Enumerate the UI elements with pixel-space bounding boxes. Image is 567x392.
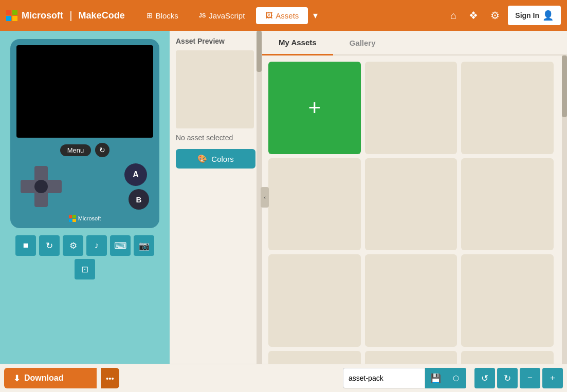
panel-collapse-button[interactable]: ‹ bbox=[261, 187, 269, 208]
device-controls: A B bbox=[16, 161, 153, 212]
footer-action-buttons: ↺ ↻ − + bbox=[474, 368, 563, 388]
gallery-cell[interactable] bbox=[268, 254, 361, 347]
gallery-cell[interactable] bbox=[268, 158, 361, 251]
tab-blocks-label: Blocks bbox=[156, 11, 178, 20]
device-ms-logo bbox=[69, 215, 76, 222]
download-button[interactable]: ⬇ Download bbox=[4, 368, 97, 388]
gallery-scrollbar-thumb[interactable] bbox=[562, 55, 567, 117]
button-a[interactable]: A bbox=[124, 163, 147, 186]
gallery-scroll-container[interactable]: + bbox=[262, 55, 567, 364]
zoom-in-button[interactable]: + bbox=[542, 368, 563, 388]
tab-dropdown[interactable]: ▾ bbox=[310, 6, 321, 25]
signin-label: Sign In bbox=[515, 11, 539, 20]
colors-button[interactable]: 🎨 Colors bbox=[176, 149, 255, 169]
js-icon: JS bbox=[199, 12, 206, 18]
device-menu-button[interactable]: Menu bbox=[60, 144, 92, 156]
colors-icon: 🎨 bbox=[197, 154, 207, 163]
restart-icon: ↻ bbox=[46, 240, 53, 251]
sim-keyboard-button[interactable]: ⌨ bbox=[110, 235, 131, 256]
share-button[interactable]: ❖ bbox=[465, 5, 482, 26]
undo-icon: ↺ bbox=[481, 373, 488, 384]
ab-buttons: A B bbox=[124, 163, 149, 210]
github-button[interactable]: ⬡ bbox=[446, 368, 466, 388]
filename-input[interactable] bbox=[343, 368, 425, 388]
device: Menu ↻ A B Microso bbox=[10, 39, 159, 228]
device-menu-row: Menu ↻ bbox=[16, 143, 153, 157]
download-label: Download bbox=[24, 374, 63, 383]
add-asset-cell[interactable]: + bbox=[268, 62, 361, 154]
blocks-icon: ⊞ bbox=[147, 11, 153, 20]
save-button[interactable]: 💾 bbox=[425, 368, 446, 388]
gallery-cell[interactable] bbox=[461, 158, 554, 251]
tab-gallery[interactable]: Gallery bbox=[333, 31, 392, 54]
gallery-cell[interactable] bbox=[268, 351, 361, 364]
minus-icon: − bbox=[527, 373, 533, 383]
signin-avatar-icon: 👤 bbox=[542, 10, 554, 21]
gallery-cell[interactable] bbox=[461, 62, 554, 154]
gallery-cell[interactable] bbox=[365, 62, 458, 154]
sim-debug-button[interactable]: ⚙ bbox=[63, 235, 83, 256]
microsoft-logo bbox=[6, 10, 17, 21]
dpad[interactable] bbox=[21, 166, 62, 207]
sim-stop-button[interactable]: ■ bbox=[15, 235, 36, 256]
signin-button[interactable]: Sign In 👤 bbox=[508, 6, 561, 25]
makecode-label: MakeCode bbox=[79, 10, 125, 21]
gallery-cell[interactable] bbox=[461, 254, 554, 347]
gallery-tabs: My Assets Gallery bbox=[262, 31, 567, 55]
refresh-icon: ↻ bbox=[99, 146, 105, 154]
tab-javascript-label: JavaScript bbox=[209, 11, 245, 20]
github-icon: ⬡ bbox=[453, 374, 459, 382]
tab-assets[interactable]: 🖼 Assets bbox=[256, 7, 308, 24]
tab-blocks[interactable]: ⊞ Blocks bbox=[137, 7, 188, 24]
redo-icon: ↻ bbox=[504, 373, 511, 384]
settings-button[interactable]: ⚙ bbox=[486, 5, 504, 26]
device-refresh-button[interactable]: ↻ bbox=[95, 143, 109, 157]
keyboard-icon: ⌨ bbox=[114, 240, 127, 251]
download-icon: ⬇ bbox=[13, 374, 20, 383]
sim-sound-button[interactable]: ♪ bbox=[86, 235, 107, 256]
tab-my-assets[interactable]: My Assets bbox=[262, 31, 333, 55]
plus-icon: + bbox=[550, 373, 555, 383]
tab-javascript[interactable]: JS JavaScript bbox=[190, 7, 254, 24]
sim-restart-button[interactable]: ↻ bbox=[39, 235, 60, 256]
sim-screenshot-button[interactable]: 📷 bbox=[134, 235, 154, 256]
no-asset-text: No asset selected bbox=[176, 134, 255, 142]
debug-icon: ⚙ bbox=[69, 240, 77, 251]
download-more-button[interactable]: ••• bbox=[101, 368, 119, 388]
sim-fullscreen-button[interactable]: ⊡ bbox=[75, 259, 95, 279]
tab-assets-label: Assets bbox=[276, 11, 299, 20]
device-brand-label: Microsoft bbox=[78, 215, 101, 221]
main-area: Menu ↻ A B Microso bbox=[0, 31, 567, 364]
dpad-center bbox=[34, 180, 48, 193]
home-button[interactable]: ⌂ bbox=[446, 6, 461, 26]
save-icon: 💾 bbox=[430, 373, 441, 384]
footer: ⬇ Download ••• 💾 ⬡ ↺ ↻ − + bbox=[0, 364, 567, 392]
asset-panel: Asset Preview No asset selected 🎨 Colors… bbox=[170, 31, 262, 364]
gallery-scrollbar-track bbox=[562, 55, 567, 364]
redo-button[interactable]: ↻ bbox=[497, 368, 518, 388]
stop-icon: ■ bbox=[23, 240, 28, 251]
more-icon: ••• bbox=[106, 374, 114, 383]
fullscreen-icon: ⊡ bbox=[81, 264, 88, 275]
gallery-cell[interactable] bbox=[461, 351, 554, 364]
sound-icon: ♪ bbox=[95, 240, 99, 251]
device-screen bbox=[16, 45, 153, 138]
zoom-out-button[interactable]: − bbox=[520, 368, 540, 388]
header: Microsoft | MakeCode ⊞ Blocks JS JavaScr… bbox=[0, 0, 567, 31]
gallery-cell[interactable] bbox=[365, 158, 458, 251]
header-tabs: ⊞ Blocks JS JavaScript 🖼 Assets ▾ bbox=[137, 6, 321, 25]
sim-toolbar: ■ ↻ ⚙ ♪ ⌨ 📷 ⊡ bbox=[4, 235, 166, 279]
colors-label: Colors bbox=[211, 155, 233, 163]
gallery-cell[interactable] bbox=[365, 254, 458, 347]
asset-preview-title: Asset Preview bbox=[176, 37, 255, 45]
gallery-cell[interactable] bbox=[365, 351, 458, 364]
collapse-icon: ‹ bbox=[264, 194, 266, 200]
filename-container: 💾 ⬡ bbox=[343, 368, 466, 388]
brand: Microsoft | MakeCode bbox=[6, 10, 125, 22]
simulator-panel: Menu ↻ A B Microso bbox=[0, 31, 170, 364]
device-brand: Microsoft bbox=[16, 215, 153, 222]
button-b[interactable]: B bbox=[129, 189, 149, 210]
undo-button[interactable]: ↺ bbox=[474, 368, 495, 388]
asset-scrollbar-thumb[interactable] bbox=[257, 31, 262, 72]
screenshot-icon: 📷 bbox=[139, 240, 150, 251]
